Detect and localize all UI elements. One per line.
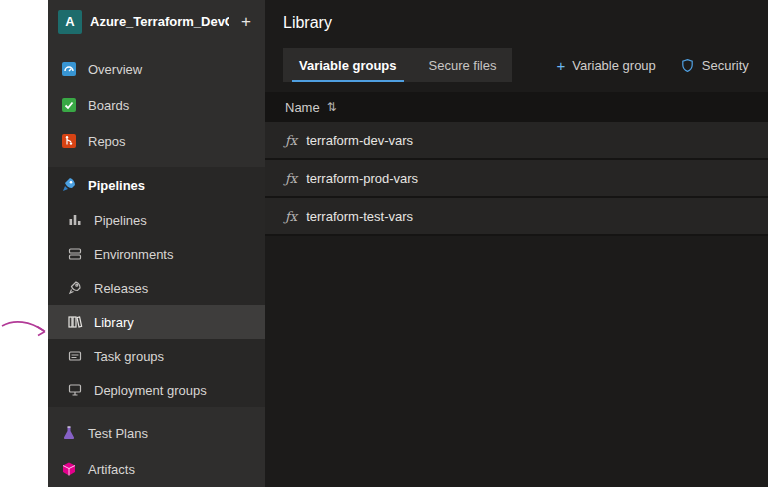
sidebar-item-task-groups[interactable]: Task groups [48,339,265,373]
test-plans-icon [60,425,78,441]
variable-group-fx-icon: ƒx [285,133,297,148]
shield-icon [680,58,695,73]
sidebar-item-label: Boards [88,98,129,113]
sidebar-item-pipelines-section[interactable]: Pipelines [48,167,265,203]
project-selector[interactable]: A Azure_Terraform_DevO... + [48,0,265,43]
sidebar-item-repos[interactable]: Repos [48,123,265,159]
add-project-button[interactable]: + [237,12,255,32]
help-button[interactable]: ? Help [761,48,768,82]
main-content: Library Variable groups Secure files + V… [265,0,768,487]
sidebar-item-test-plans[interactable]: Test Plans [48,415,265,451]
variable-group-name: terraform-prod-vars [306,171,418,186]
variable-group-fx-icon: ƒx [285,171,297,186]
sidebar-item-label: Releases [94,281,148,296]
library-icon [66,314,84,330]
security-label: Security [702,58,749,73]
annotation-arrow-icon [0,310,48,346]
sidebar-item-label: Pipelines [94,213,147,228]
repos-icon [60,133,78,149]
pipelines-section: Pipelines Pipelines Environments [48,167,265,407]
sidebar-item-environments[interactable]: Environments [48,237,265,271]
table-row[interactable]: ƒx terraform-prod-vars [265,160,768,198]
sidebar-item-label: Deployment groups [94,383,207,398]
variable-group-name: terraform-dev-vars [306,133,413,148]
task-groups-icon [66,348,84,364]
add-variable-group-button[interactable]: + Variable group [544,48,667,82]
overview-icon [60,61,78,77]
content-empty-area [265,236,768,487]
sidebar-item-label: Overview [88,62,142,77]
left-margin [0,0,48,487]
sidebar-item-deployment-groups[interactable]: Deployment groups [48,373,265,407]
releases-icon [66,280,84,296]
tab-toolbar: Variable groups Secure files + Variable … [283,48,768,82]
tab-variable-groups[interactable]: Variable groups [283,48,413,82]
artifacts-icon [60,461,78,477]
sidebar-item-library[interactable]: Library [48,305,265,339]
sidebar-item-label: Test Plans [88,426,148,441]
project-avatar: A [58,10,82,34]
page-title: Library [265,0,768,36]
add-variable-group-label: Variable group [572,58,656,73]
tab-secure-files[interactable]: Secure files [413,48,513,82]
sidebar-item-releases[interactable]: Releases [48,271,265,305]
sidebar-nav: Overview Boards Repos Pipe [48,51,265,487]
sort-icon: ⇅ [327,100,337,114]
plus-icon: + [556,58,565,73]
sidebar-item-pipelines[interactable]: Pipelines [48,203,265,237]
table-header-name[interactable]: Name ⇅ [265,92,768,122]
sidebar-item-label: Library [94,315,134,330]
sidebar-item-label: Task groups [94,349,164,364]
pipelines-rocket-icon [60,177,78,193]
table-row[interactable]: ƒx terraform-test-vars [265,198,768,236]
tab-strip: Variable groups Secure files [283,48,512,82]
variable-group-name: terraform-test-vars [306,209,413,224]
deployment-groups-icon [66,382,84,398]
table-row[interactable]: ƒx terraform-dev-vars [265,122,768,160]
environments-icon [66,246,84,262]
sidebar: A Azure_Terraform_DevO... + Overview Boa… [48,0,265,487]
project-name: Azure_Terraform_DevO... [90,14,229,29]
security-button[interactable]: Security [668,48,761,82]
name-column-label: Name [285,100,320,115]
app-window: A Azure_Terraform_DevO... + Overview Boa… [0,0,768,487]
pipelines-bars-icon [66,212,84,228]
sidebar-item-label: Environments [94,247,173,262]
sidebar-item-label: Repos [88,134,126,149]
variable-group-fx-icon: ƒx [285,209,297,224]
sidebar-item-boards[interactable]: Boards [48,87,265,123]
sidebar-item-overview[interactable]: Overview [48,51,265,87]
sidebar-item-artifacts[interactable]: Artifacts [48,451,265,487]
sidebar-item-label: Artifacts [88,462,135,477]
boards-icon [60,97,78,113]
sidebar-item-label: Pipelines [88,178,145,193]
